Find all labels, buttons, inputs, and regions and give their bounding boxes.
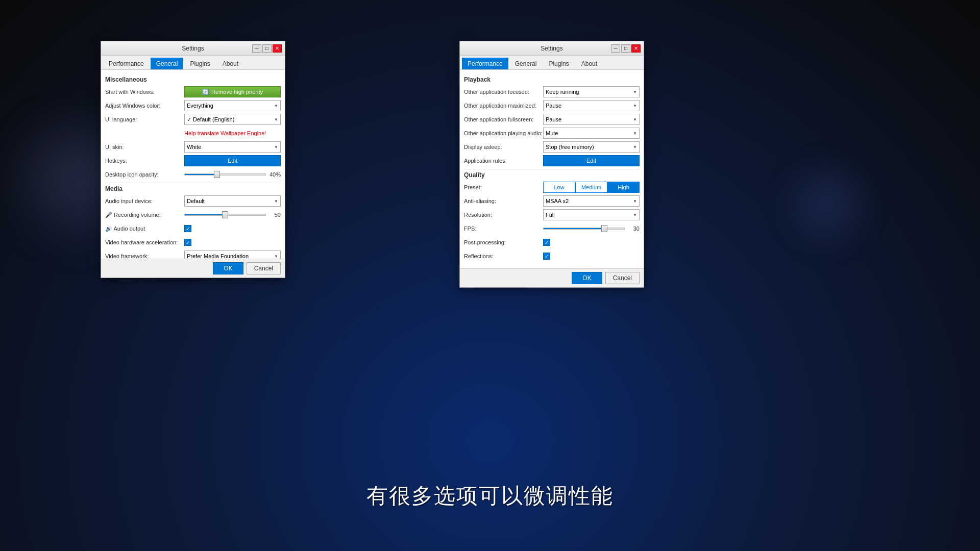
adjust-windows-color-control: Everything ▼ bbox=[184, 100, 281, 111]
help-translate-control: Help translate Wallpaper Engine! bbox=[184, 130, 281, 136]
left-section-misc: Miscellaneous bbox=[105, 76, 281, 83]
start-with-windows-row: Start with Windows: 🔄 Remove high priori… bbox=[105, 86, 281, 97]
preset-low-btn[interactable]: Low bbox=[543, 182, 575, 193]
adjust-windows-color-value: Everything bbox=[187, 103, 213, 109]
audio-output-checkbox[interactable]: ✓ bbox=[184, 225, 191, 232]
display-asleep-control: Stop (free memory) ▼ bbox=[543, 141, 640, 153]
right-titlebar-controls: ─ □ ✕ bbox=[611, 44, 641, 53]
right-close-btn[interactable]: ✕ bbox=[631, 44, 641, 53]
ui-skin-label: UI skin: bbox=[105, 144, 184, 150]
app-rules-edit-btn[interactable]: Edit bbox=[543, 155, 640, 166]
left-tabbar: Performance General Plugins About bbox=[101, 56, 285, 70]
video-framework-value: Prefer Media Foundation bbox=[187, 253, 249, 259]
video-framework-control: Prefer Media Foundation ▼ bbox=[184, 251, 281, 259]
display-asleep-dropdown[interactable]: Stop (free memory) ▼ bbox=[543, 141, 640, 153]
right-titlebar: Settings ─ □ ✕ bbox=[460, 41, 644, 56]
chevron-down-icon-5: ▼ bbox=[274, 254, 278, 259]
post-processing-checkbox[interactable]: ✓ bbox=[543, 239, 550, 246]
display-asleep-label: Display asleep: bbox=[464, 144, 543, 150]
ui-language-control: ✓ Default (English) ▼ bbox=[184, 114, 281, 125]
recording-volume-label: 🎤 Recording volume: bbox=[105, 212, 184, 218]
help-translate-row: Help translate Wallpaper Engine! bbox=[105, 128, 281, 139]
remove-high-priority-btn[interactable]: 🔄 Remove high priority bbox=[184, 86, 281, 97]
hotkeys-edit-btn[interactable]: Edit bbox=[184, 155, 281, 166]
speaker-icon: 🔊 bbox=[105, 226, 112, 232]
left-maximize-btn[interactable]: □ bbox=[262, 44, 272, 53]
other-app-maximized-value: Pause bbox=[546, 103, 561, 109]
audio-input-row: Audio input device: Default ▼ bbox=[105, 195, 281, 207]
right-tab-performance[interactable]: Performance bbox=[462, 58, 508, 69]
other-app-maximized-label: Other application maximized: bbox=[464, 103, 543, 109]
chevron-down-icon-11: ▼ bbox=[633, 145, 637, 149]
video-framework-dropdown[interactable]: Prefer Media Foundation ▼ bbox=[184, 251, 281, 259]
desktop-icon-opacity-track[interactable] bbox=[184, 173, 266, 176]
left-tab-general[interactable]: General bbox=[151, 58, 184, 69]
left-tab-about[interactable]: About bbox=[217, 58, 244, 69]
left-section-media: Media bbox=[105, 185, 281, 192]
remove-high-priority-label: Remove high priority bbox=[211, 89, 263, 95]
desktop-icon-opacity-thumb[interactable] bbox=[214, 171, 220, 178]
chevron-down-icon-2: ▼ bbox=[274, 117, 278, 122]
anti-aliasing-control: MSAA x2 ▼ bbox=[543, 195, 640, 207]
fps-track[interactable] bbox=[543, 228, 625, 230]
resolution-dropdown[interactable]: Full ▼ bbox=[543, 209, 640, 220]
other-app-audio-label: Other application playing audio: bbox=[464, 130, 543, 136]
audio-output-label: 🔊 Audio output bbox=[105, 226, 184, 232]
ui-language-label: UI language: bbox=[105, 116, 184, 122]
help-translate-link[interactable]: Help translate Wallpaper Engine! bbox=[184, 130, 281, 136]
ui-language-dropdown[interactable]: ✓ Default (English) ▼ bbox=[184, 114, 281, 125]
right-tab-general[interactable]: General bbox=[509, 58, 543, 69]
recording-volume-track[interactable] bbox=[184, 214, 266, 216]
left-tab-performance[interactable]: Performance bbox=[103, 58, 150, 69]
right-maximize-btn[interactable]: □ bbox=[621, 44, 630, 53]
anti-aliasing-dropdown[interactable]: MSAA x2 ▼ bbox=[543, 195, 640, 207]
other-app-focused-dropdown[interactable]: Keep running ▼ bbox=[543, 86, 640, 97]
video-hw-acc-checkbox[interactable]: ✓ bbox=[184, 239, 191, 246]
fps-thumb[interactable] bbox=[601, 225, 607, 232]
other-app-focused-control: Keep running ▼ bbox=[543, 86, 640, 97]
recording-volume-thumb[interactable] bbox=[222, 211, 228, 218]
chevron-down-icon-10: ▼ bbox=[633, 131, 637, 136]
fps-control: 30 bbox=[543, 226, 640, 232]
fps-row: FPS: 30 bbox=[464, 223, 640, 234]
left-titlebar-controls: ─ □ ✕ bbox=[252, 44, 282, 53]
hotkeys-label: Hotkeys: bbox=[105, 158, 184, 164]
left-tab-plugins[interactable]: Plugins bbox=[184, 58, 215, 69]
other-app-audio-dropdown[interactable]: Mute ▼ bbox=[543, 128, 640, 139]
ui-language-row: UI language: ✓ Default (English) ▼ bbox=[105, 114, 281, 125]
right-content: Playback Other application focused: Keep… bbox=[460, 70, 644, 268]
divider-1 bbox=[105, 183, 281, 183]
reflections-checkbox[interactable]: ✓ bbox=[543, 253, 550, 260]
right-tabbar: Performance General Plugins About bbox=[460, 56, 644, 70]
adjust-windows-color-label: Adjust Windows color: bbox=[105, 103, 184, 109]
preset-medium-btn[interactable]: Medium bbox=[575, 182, 607, 193]
ui-skin-row: UI skin: White ▼ bbox=[105, 141, 281, 153]
right-tab-about[interactable]: About bbox=[576, 58, 603, 69]
other-app-fullscreen-dropdown[interactable]: Pause ▼ bbox=[543, 114, 640, 125]
desktop-icon-opacity-value: 40% bbox=[268, 171, 281, 178]
audio-input-dropdown[interactable]: Default ▼ bbox=[184, 195, 281, 207]
audio-output-control: ✓ bbox=[184, 225, 281, 232]
adjust-windows-color-dropdown[interactable]: Everything ▼ bbox=[184, 100, 281, 111]
chevron-down-icon-9: ▼ bbox=[633, 117, 637, 122]
ui-skin-dropdown[interactable]: White ▼ bbox=[184, 141, 281, 153]
chevron-down-icon: ▼ bbox=[274, 104, 278, 108]
other-app-audio-row: Other application playing audio: Mute ▼ bbox=[464, 128, 640, 139]
left-minimize-btn[interactable]: ─ bbox=[252, 44, 261, 53]
preset-high-btn[interactable]: High bbox=[607, 182, 640, 193]
preset-buttons-group: Low Medium High bbox=[543, 182, 640, 193]
left-close-btn[interactable]: ✕ bbox=[273, 44, 282, 53]
mic-icon: 🎤 bbox=[105, 212, 112, 218]
left-cancel-btn[interactable]: Cancel bbox=[247, 262, 281, 274]
other-app-fullscreen-value: Pause bbox=[546, 116, 561, 122]
right-tab-plugins[interactable]: Plugins bbox=[543, 58, 574, 69]
left-ok-btn[interactable]: OK bbox=[213, 262, 243, 274]
right-ok-btn[interactable]: OK bbox=[572, 272, 602, 284]
recording-volume-row: 🎤 Recording volume: 50 bbox=[105, 209, 281, 220]
other-app-maximized-dropdown[interactable]: Pause ▼ bbox=[543, 100, 640, 111]
video-hw-acc-row: Video hardware acceleration: ✓ bbox=[105, 237, 281, 248]
right-minimize-btn[interactable]: ─ bbox=[611, 44, 620, 53]
fps-label: FPS: bbox=[464, 226, 543, 232]
right-cancel-btn[interactable]: Cancel bbox=[605, 272, 640, 284]
anti-aliasing-label: Anti-aliasing: bbox=[464, 198, 543, 204]
